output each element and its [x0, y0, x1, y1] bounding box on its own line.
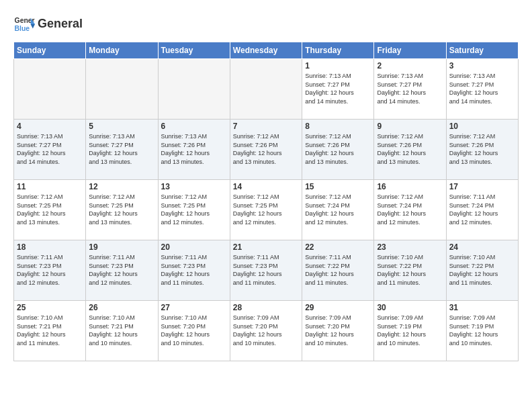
calendar-day-cell: 9Sunrise: 7:12 AMSunset: 7:26 PMDaylight… — [374, 120, 446, 180]
day-info: Sunrise: 7:13 AMSunset: 7:27 PMDaylight:… — [449, 72, 515, 105]
calendar-day-cell: 31Sunrise: 7:09 AMSunset: 7:19 PMDayligh… — [446, 301, 518, 361]
calendar-day-cell: 22Sunrise: 7:11 AMSunset: 7:22 PMDayligh… — [302, 240, 374, 301]
day-of-week-header: Monday — [86, 42, 158, 59]
day-info: Sunrise: 7:12 AMSunset: 7:25 PMDaylight:… — [89, 193, 154, 226]
day-info: Sunrise: 7:13 AMSunset: 7:27 PMDaylight:… — [377, 72, 443, 105]
calendar-day-cell: 24Sunrise: 7:10 AMSunset: 7:22 PMDayligh… — [446, 240, 518, 301]
day-number: 25 — [17, 303, 83, 312]
day-number: 27 — [161, 303, 227, 312]
calendar-day-cell: 17Sunrise: 7:11 AMSunset: 7:24 PMDayligh… — [446, 180, 518, 240]
calendar-day-cell: 2Sunrise: 7:13 AMSunset: 7:27 PMDaylight… — [374, 59, 446, 120]
day-number: 12 — [89, 182, 154, 191]
day-of-week-header: Friday — [374, 42, 446, 59]
day-info: Sunrise: 7:12 AMSunset: 7:24 PMDaylight:… — [377, 193, 443, 226]
day-info: Sunrise: 7:12 AMSunset: 7:24 PMDaylight:… — [305, 193, 371, 226]
day-number: 20 — [161, 242, 227, 252]
calendar-week-row: 25Sunrise: 7:10 AMSunset: 7:21 PMDayligh… — [14, 301, 519, 361]
day-number: 7 — [233, 122, 299, 131]
page-header: General Blue General — [13, 13, 519, 35]
day-info: Sunrise: 7:12 AMSunset: 7:25 PMDaylight:… — [233, 193, 299, 226]
svg-marker-3 — [31, 24, 35, 28]
day-info: Sunrise: 7:12 AMSunset: 7:26 PMDaylight:… — [449, 132, 515, 166]
day-number: 1 — [305, 61, 371, 71]
calendar-day-cell: 12Sunrise: 7:12 AMSunset: 7:25 PMDayligh… — [86, 180, 158, 240]
svg-text:Blue: Blue — [15, 25, 30, 32]
day-info: Sunrise: 7:13 AMSunset: 7:27 PMDaylight:… — [89, 132, 154, 166]
calendar: SundayMondayTuesdayWednesdayThursdayFrid… — [13, 42, 519, 361]
calendar-day-cell — [230, 59, 302, 120]
day-info: Sunrise: 7:13 AMSunset: 7:27 PMDaylight:… — [17, 132, 83, 166]
day-number: 29 — [305, 303, 371, 312]
day-info: Sunrise: 7:09 AMSunset: 7:19 PMDaylight:… — [377, 314, 443, 347]
day-info: Sunrise: 7:11 AMSunset: 7:23 PMDaylight:… — [161, 253, 227, 287]
logo-text: General — [38, 17, 83, 31]
day-info: Sunrise: 7:13 AMSunset: 7:27 PMDaylight:… — [305, 72, 371, 105]
day-number: 10 — [449, 122, 515, 131]
calendar-day-cell: 15Sunrise: 7:12 AMSunset: 7:24 PMDayligh… — [302, 180, 374, 240]
day-number: 4 — [17, 122, 83, 131]
day-info: Sunrise: 7:12 AMSunset: 7:26 PMDaylight:… — [305, 132, 371, 166]
day-number: 31 — [449, 303, 515, 312]
day-number: 19 — [89, 242, 154, 252]
calendar-day-cell: 18Sunrise: 7:11 AMSunset: 7:23 PMDayligh… — [14, 240, 86, 301]
calendar-week-row: 11Sunrise: 7:12 AMSunset: 7:25 PMDayligh… — [14, 180, 519, 240]
day-info: Sunrise: 7:11 AMSunset: 7:24 PMDaylight:… — [449, 193, 515, 226]
day-info: Sunrise: 7:09 AMSunset: 7:20 PMDaylight:… — [305, 314, 371, 347]
day-info: Sunrise: 7:13 AMSunset: 7:26 PMDaylight:… — [161, 132, 227, 166]
day-info: Sunrise: 7:09 AMSunset: 7:20 PMDaylight:… — [233, 314, 299, 347]
day-number: 9 — [377, 122, 443, 131]
calendar-day-cell — [86, 59, 158, 120]
day-number: 11 — [17, 182, 83, 191]
calendar-day-cell: 16Sunrise: 7:12 AMSunset: 7:24 PMDayligh… — [374, 180, 446, 240]
calendar-day-cell: 20Sunrise: 7:11 AMSunset: 7:23 PMDayligh… — [158, 240, 230, 301]
calendar-day-cell: 7Sunrise: 7:12 AMSunset: 7:26 PMDaylight… — [230, 120, 302, 180]
day-number: 23 — [377, 242, 443, 252]
day-info: Sunrise: 7:11 AMSunset: 7:23 PMDaylight:… — [233, 253, 299, 287]
calendar-week-row: 1Sunrise: 7:13 AMSunset: 7:27 PMDaylight… — [14, 59, 519, 120]
calendar-day-cell: 21Sunrise: 7:11 AMSunset: 7:23 PMDayligh… — [230, 240, 302, 301]
day-of-week-header: Tuesday — [158, 42, 230, 59]
calendar-day-cell: 25Sunrise: 7:10 AMSunset: 7:21 PMDayligh… — [14, 301, 86, 361]
day-number: 21 — [233, 242, 299, 252]
calendar-day-cell: 29Sunrise: 7:09 AMSunset: 7:20 PMDayligh… — [302, 301, 374, 361]
calendar-day-cell: 28Sunrise: 7:09 AMSunset: 7:20 PMDayligh… — [230, 301, 302, 361]
calendar-day-cell: 1Sunrise: 7:13 AMSunset: 7:27 PMDaylight… — [302, 59, 374, 120]
calendar-day-cell: 30Sunrise: 7:09 AMSunset: 7:19 PMDayligh… — [374, 301, 446, 361]
day-number: 28 — [233, 303, 299, 312]
calendar-day-cell: 13Sunrise: 7:12 AMSunset: 7:25 PMDayligh… — [158, 180, 230, 240]
logo: General Blue General — [13, 13, 83, 35]
day-number: 18 — [17, 242, 83, 252]
day-info: Sunrise: 7:10 AMSunset: 7:20 PMDaylight:… — [161, 314, 227, 347]
calendar-day-cell: 10Sunrise: 7:12 AMSunset: 7:26 PMDayligh… — [446, 120, 518, 180]
day-of-week-header: Saturday — [446, 42, 518, 59]
calendar-day-cell — [14, 59, 86, 120]
calendar-week-row: 4Sunrise: 7:13 AMSunset: 7:27 PMDaylight… — [14, 120, 519, 180]
calendar-day-cell: 14Sunrise: 7:12 AMSunset: 7:25 PMDayligh… — [230, 180, 302, 240]
calendar-week-row: 18Sunrise: 7:11 AMSunset: 7:23 PMDayligh… — [14, 240, 519, 301]
day-number: 22 — [305, 242, 371, 252]
day-number: 17 — [449, 182, 515, 191]
day-number: 8 — [305, 122, 371, 131]
calendar-day-cell: 5Sunrise: 7:13 AMSunset: 7:27 PMDaylight… — [86, 120, 158, 180]
day-info: Sunrise: 7:10 AMSunset: 7:21 PMDaylight:… — [89, 314, 154, 347]
day-number: 24 — [449, 242, 515, 252]
calendar-day-cell: 8Sunrise: 7:12 AMSunset: 7:26 PMDaylight… — [302, 120, 374, 180]
logo-icon: General Blue — [13, 13, 35, 35]
calendar-day-cell: 19Sunrise: 7:11 AMSunset: 7:23 PMDayligh… — [86, 240, 158, 301]
day-number: 2 — [377, 61, 443, 71]
day-info: Sunrise: 7:12 AMSunset: 7:26 PMDaylight:… — [377, 132, 443, 166]
calendar-day-cell: 27Sunrise: 7:10 AMSunset: 7:20 PMDayligh… — [158, 301, 230, 361]
day-info: Sunrise: 7:10 AMSunset: 7:21 PMDaylight:… — [17, 314, 83, 347]
day-number: 26 — [89, 303, 154, 312]
day-of-week-header: Wednesday — [230, 42, 302, 59]
calendar-day-cell: 6Sunrise: 7:13 AMSunset: 7:26 PMDaylight… — [158, 120, 230, 180]
day-number: 3 — [449, 61, 515, 71]
day-of-week-header: Sunday — [14, 42, 86, 59]
day-info: Sunrise: 7:11 AMSunset: 7:23 PMDaylight:… — [89, 253, 154, 287]
calendar-day-cell: 23Sunrise: 7:10 AMSunset: 7:22 PMDayligh… — [374, 240, 446, 301]
day-number: 5 — [89, 122, 154, 131]
day-number: 15 — [305, 182, 371, 191]
day-number: 13 — [161, 182, 227, 191]
day-info: Sunrise: 7:12 AMSunset: 7:26 PMDaylight:… — [233, 132, 299, 166]
day-info: Sunrise: 7:12 AMSunset: 7:25 PMDaylight:… — [17, 193, 83, 226]
